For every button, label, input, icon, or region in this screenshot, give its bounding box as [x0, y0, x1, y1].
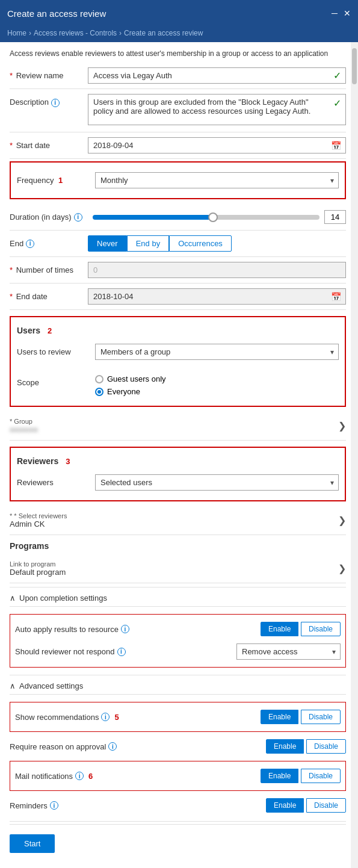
end-date-calendar-icon[interactable]: 📅 [331, 292, 341, 302]
description-check-icon: ✓ [333, 98, 341, 109]
require-reason-info-icon[interactable]: i [108, 742, 117, 751]
mail-notif-btn-group: Enable Disable [261, 769, 341, 783]
number-times-row: * Number of times [10, 257, 346, 284]
window-controls: ─ ✕ [332, 8, 351, 18]
start-date-input[interactable] [88, 137, 346, 153]
duration-label: Duration (in days) i [10, 212, 88, 222]
show-rec-enable-button[interactable]: Enable [261, 710, 298, 724]
scroll-thumb[interactable] [352, 48, 357, 84]
not-respond-row: Should reviewer not respond i Remove acc… [15, 640, 341, 663]
reminders-disable-button[interactable]: Disable [306, 798, 346, 813]
number-times-input[interactable] [88, 262, 346, 278]
scrollbar[interactable] [351, 42, 358, 868]
reminders-label: Reminders [10, 801, 48, 810]
frequency-section: Frequency 1 Weekly Monthly Quarterly Sem… [10, 161, 346, 199]
review-name-input[interactable] [88, 67, 346, 84]
link-to-program-value: Default program [10, 568, 66, 577]
auto-apply-btn-group: Enable Disable [261, 622, 341, 636]
scope-everyone[interactable]: Everyone [95, 387, 339, 396]
programs-title: Programs [10, 541, 346, 551]
require-reason-label: Require reason on approval [10, 742, 106, 751]
show-rec-label: Show recommendations [15, 713, 99, 722]
show-rec-outline: Show recommendations i 5 Enable Disable [10, 702, 346, 732]
users-to-review-row: Users to review Members of a group Every… [17, 339, 339, 365]
require-reason-disable-button[interactable]: Disable [306, 739, 346, 754]
slider-thumb[interactable] [208, 212, 218, 222]
close-icon[interactable]: ✕ [344, 8, 351, 18]
start-date-row: * Start date 📅 [10, 132, 346, 159]
auto-apply-info-icon[interactable]: i [121, 625, 129, 633]
scope-everyone-label: Everyone [107, 387, 140, 396]
start-button[interactable]: Start [10, 834, 55, 853]
start-date-label: * Start date [10, 137, 88, 150]
select-reviewers-nav-row[interactable]: * * Select reviewers Admin CK ❯ [10, 506, 346, 535]
show-rec-row: Show recommendations i 5 Enable Disable [15, 706, 341, 728]
mail-notif-disable-button[interactable]: Disable [301, 769, 341, 783]
end-by-button[interactable]: End by [127, 235, 169, 252]
duration-slider[interactable] [93, 215, 319, 220]
end-info-icon[interactable]: i [26, 240, 34, 248]
mail-notif-enable-button[interactable]: Enable [261, 769, 298, 783]
reminders-info-icon[interactable]: i [50, 801, 58, 810]
require-reason-btn-group: Enable Disable [266, 739, 346, 754]
select-reviewers-value: Admin CK [10, 519, 67, 529]
show-rec-disable-button[interactable]: Disable [301, 710, 341, 724]
duration-row: Duration (in days) i [10, 204, 346, 231]
page-description: Access reviews enable reviewers to attes… [10, 42, 346, 63]
breadcrumb-access-reviews[interactable]: Access reviews - Controls [34, 29, 117, 37]
start-btn-row: Start [10, 827, 346, 858]
breadcrumb: Home › Access reviews - Controls › Creat… [0, 26, 358, 42]
scope-label: Scope [17, 374, 95, 387]
show-rec-info-icon[interactable]: i [101, 713, 110, 721]
auto-apply-enable-button[interactable]: Enable [261, 622, 298, 636]
duration-info-icon[interactable]: i [74, 213, 82, 222]
group-nav-row[interactable]: * Group ●●●●●● ❯ [10, 412, 346, 441]
scope-row: Scope Guest users only Everyone [17, 370, 339, 401]
end-never-button[interactable]: Never [88, 235, 127, 252]
description-info-icon[interactable]: i [51, 99, 60, 107]
end-button-group: Never End by Occurrences [88, 235, 232, 252]
users-section: Users 2 Users to review Members of a gro… [10, 316, 346, 407]
calendar-icon[interactable]: 📅 [331, 141, 341, 150]
end-date-input[interactable] [88, 288, 346, 305]
minimize-icon[interactable]: ─ [332, 8, 338, 18]
end-date-row: * End date 📅 [10, 284, 346, 310]
reviewers-section-header: Reviewers 3 [17, 453, 339, 470]
mail-notif-row: Mail notifications i 6 Enable Disable [15, 765, 341, 787]
mail-notif-outline: Mail notifications i 6 Enable Disable [10, 761, 346, 791]
users-section-header: Users 2 [17, 322, 339, 339]
end-occurrences-button[interactable]: Occurrences [169, 235, 232, 252]
breadcrumb-home[interactable]: Home [7, 29, 26, 37]
scope-guest-label: Guest users only [107, 374, 166, 383]
review-name-check-icon: ✓ [333, 70, 341, 81]
end-date-label: * End date [10, 288, 88, 301]
users-to-review-select[interactable]: Members of a group Everyone Guest users … [95, 344, 339, 360]
scope-guest-users[interactable]: Guest users only [95, 374, 339, 383]
auto-apply-disable-button[interactable]: Disable [301, 622, 341, 636]
reminders-enable-button[interactable]: Enable [266, 798, 304, 813]
frequency-select[interactable]: Weekly Monthly Quarterly Semi-annually A… [95, 172, 339, 188]
number-times-label: * Number of times [10, 262, 88, 274]
not-respond-label: Should reviewer not respond [15, 647, 115, 656]
scope-everyone-radio-circle [95, 388, 103, 396]
reviewers-select[interactable]: Selected users Group owners Members (sel… [95, 474, 339, 491]
review-name-row: * Review name ✓ [10, 63, 346, 89]
mail-notif-info-icon[interactable]: i [75, 772, 84, 780]
not-respond-info-icon[interactable]: i [117, 648, 126, 656]
duration-value-input[interactable] [324, 210, 346, 224]
require-reason-enable-button[interactable]: Enable [266, 739, 304, 754]
select-reviewers-sublabel: * * Select reviewers [10, 512, 67, 519]
reminders-row: Reminders i Enable Disable [10, 795, 346, 816]
not-respond-select[interactable]: Remove access Approve access Take recomm… [236, 643, 341, 660]
select-reviewers-chevron-icon: ❯ [338, 515, 346, 526]
advanced-settings-accordion[interactable]: ∧ Advanced settings [10, 675, 346, 695]
description-textarea[interactable]: Users in this group are excluded from th… [88, 94, 346, 125]
completion-settings-accordion[interactable]: ∧ Upon completion settings [10, 587, 346, 607]
frequency-label: Frequency 1 [17, 172, 95, 185]
auto-apply-row: Auto apply results to resource i Enable … [15, 618, 341, 640]
show-rec-btn-group: Enable Disable [261, 710, 341, 724]
users-title: Users [17, 326, 40, 335]
reviewers-section: Reviewers 3 Reviewers Selected users Gro… [10, 447, 346, 501]
reviewers-title: Reviewers [17, 456, 58, 466]
link-to-program-nav-row[interactable]: Link to program Default program ❯ [10, 554, 346, 583]
